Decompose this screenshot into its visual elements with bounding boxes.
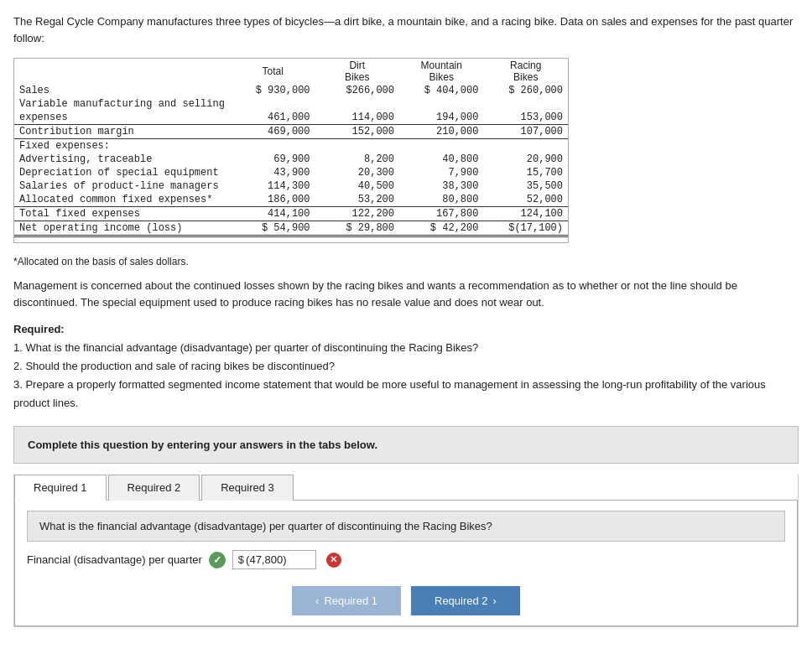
row-cell-mountain: 210,000 bbox=[399, 125, 483, 139]
complete-box: Complete this question by entering your … bbox=[13, 426, 799, 464]
clear-answer-button[interactable]: ✕ bbox=[326, 553, 341, 568]
table-row: Contribution margin469,000152,000210,000… bbox=[14, 125, 568, 139]
row-cell-mountain: 40,800 bbox=[399, 153, 483, 166]
required-item-1: 1. What is the financial advantage (disa… bbox=[13, 341, 478, 354]
row-cell-total: $ 930,000 bbox=[231, 84, 315, 97]
row-label: Net operating income (loss) bbox=[14, 221, 231, 236]
row-cell-mountain: 80,800 bbox=[399, 193, 483, 207]
table-row: Advertising, traceable69,9008,20040,8002… bbox=[14, 153, 568, 166]
row-cell-total: 69,900 bbox=[231, 153, 315, 166]
table-row: Fixed expenses: bbox=[14, 139, 568, 153]
required-section: Required: 1. What is the financial advan… bbox=[13, 320, 799, 413]
required-item-3: 3. Prepare a properly formatted segmente… bbox=[13, 378, 766, 409]
row-cell-dirt: 40,500 bbox=[315, 179, 399, 193]
row-cell-dirt: 152,000 bbox=[315, 125, 399, 139]
table-row: Allocated common fixed expenses*186,0005… bbox=[14, 193, 568, 207]
row-label: Advertising, traceable bbox=[14, 153, 231, 166]
row-cell-racing: 153,000 bbox=[483, 111, 568, 125]
table-row: Net operating income (loss)$ 54,900$ 29,… bbox=[14, 221, 568, 236]
row-cell-total bbox=[231, 97, 315, 111]
row-cell-racing: 35,500 bbox=[483, 179, 568, 193]
row-cell-dirt: 8,200 bbox=[315, 153, 399, 166]
tabs-container: Required 1Required 2Required 3 What is t… bbox=[13, 474, 799, 627]
row-label: Total fixed expenses bbox=[14, 207, 231, 221]
row-cell-dirt: 20,300 bbox=[315, 166, 399, 179]
table-row: Variable manufacturing and selling bbox=[14, 97, 568, 111]
row-cell-total: $ 54,900 bbox=[231, 221, 315, 236]
table-row: Depreciation of special equipment43,9002… bbox=[14, 166, 568, 179]
management-text: Management is concerned about the contin… bbox=[13, 278, 799, 310]
tab-req2[interactable]: Required 2 bbox=[108, 475, 200, 501]
header-mountain: MountainBikes bbox=[399, 59, 483, 84]
row-cell-mountain: 194,000 bbox=[399, 111, 483, 125]
row-cell-racing: 15,700 bbox=[483, 166, 568, 179]
row-label: Allocated common fixed expenses* bbox=[14, 193, 231, 207]
row-cell-racing: $(17,100) bbox=[483, 221, 568, 236]
row-cell-mountain: $ 404,000 bbox=[399, 84, 483, 97]
currency-symbol: $ bbox=[238, 553, 244, 566]
header-total: Total bbox=[231, 59, 315, 84]
row-cell-dirt bbox=[315, 97, 399, 111]
next-button[interactable]: Required 2 › bbox=[411, 586, 520, 615]
tab-req1[interactable]: Required 1 bbox=[14, 475, 107, 501]
table-row: Sales$ 930,000$266,000$ 404,000$ 260,000 bbox=[14, 84, 568, 97]
answer-value: (47,800) bbox=[246, 553, 286, 566]
tab-question-text: What is the financial advantage (disadva… bbox=[39, 520, 492, 532]
row-cell-dirt: 114,000 bbox=[315, 111, 399, 125]
financial-table-container: Total DirtBikes MountainBikes RacingBike… bbox=[13, 58, 569, 243]
answer-input-box[interactable]: $ (47,800) bbox=[232, 550, 316, 569]
row-cell-total: 186,000 bbox=[231, 193, 315, 207]
check-icon: ✓ bbox=[209, 552, 226, 568]
row-cell-dirt: 122,200 bbox=[315, 207, 399, 221]
next-label: Required 2 bbox=[435, 594, 488, 607]
tabs-row: Required 1Required 2Required 3 bbox=[14, 474, 798, 501]
row-cell-mountain bbox=[399, 139, 483, 153]
header-racing: RacingBikes bbox=[483, 59, 568, 84]
row-cell-mountain: $ 42,200 bbox=[399, 221, 483, 236]
row-cell-racing: 107,000 bbox=[483, 125, 568, 139]
row-label: Sales bbox=[14, 84, 231, 97]
row-cell-racing: $ 260,000 bbox=[483, 84, 568, 97]
tab-question: What is the financial advantage (disadva… bbox=[27, 511, 785, 542]
row-cell-total: 461,000 bbox=[231, 111, 315, 125]
row-cell-total: 414,100 bbox=[231, 207, 315, 221]
prev-button[interactable]: ‹ Required 1 bbox=[292, 586, 401, 615]
answer-row: Financial (disadvantage) per quarter ✓ $… bbox=[27, 550, 785, 569]
row-label: Depreciation of special equipment bbox=[14, 166, 231, 179]
row-cell-dirt: 53,200 bbox=[315, 193, 399, 207]
prev-label: Required 1 bbox=[324, 594, 377, 607]
row-label: Contribution margin bbox=[14, 125, 231, 139]
required-title: Required: bbox=[13, 323, 65, 335]
row-cell-racing: 52,000 bbox=[483, 193, 568, 207]
intro-text: The Regal Cycle Company manufactures thr… bbox=[13, 13, 799, 46]
row-cell-dirt bbox=[315, 139, 399, 153]
row-cell-dirt: $266,000 bbox=[315, 84, 399, 97]
financial-table: Total DirtBikes MountainBikes RacingBike… bbox=[14, 59, 568, 237]
complete-box-text: Complete this question by entering your … bbox=[28, 439, 377, 451]
row-cell-mountain: 7,900 bbox=[399, 166, 483, 179]
header-dirt: DirtBikes bbox=[315, 59, 399, 84]
nav-buttons: ‹ Required 1 Required 2 › bbox=[27, 586, 785, 615]
row-cell-total: 43,900 bbox=[231, 166, 315, 179]
row-label: Variable manufacturing and selling bbox=[14, 97, 231, 111]
footnote-text: *Allocated on the basis of sales dollars… bbox=[13, 256, 799, 267]
table-row: Salaries of product-line managers114,300… bbox=[14, 179, 568, 193]
prev-icon: ‹ bbox=[315, 594, 319, 607]
header-label-col bbox=[14, 59, 231, 84]
row-cell-total bbox=[231, 139, 315, 153]
row-label: Fixed expenses: bbox=[14, 139, 231, 153]
row-cell-racing bbox=[483, 97, 568, 111]
row-cell-dirt: $ 29,800 bbox=[315, 221, 399, 236]
row-cell-mountain: 167,800 bbox=[399, 207, 483, 221]
answer-label: Financial (disadvantage) per quarter bbox=[27, 553, 202, 566]
row-cell-racing: 20,900 bbox=[483, 153, 568, 166]
row-label: Salaries of product-line managers bbox=[14, 179, 231, 193]
row-cell-mountain: 38,300 bbox=[399, 179, 483, 193]
row-cell-racing: 124,100 bbox=[483, 207, 568, 221]
table-row: Total fixed expenses414,100122,200167,80… bbox=[14, 207, 568, 221]
required-item-2: 2. Should the production and sale of rac… bbox=[13, 360, 335, 372]
row-cell-total: 469,000 bbox=[231, 125, 315, 139]
row-cell-mountain bbox=[399, 97, 483, 111]
next-icon: › bbox=[493, 594, 497, 607]
tab-req3[interactable]: Required 3 bbox=[201, 475, 294, 501]
